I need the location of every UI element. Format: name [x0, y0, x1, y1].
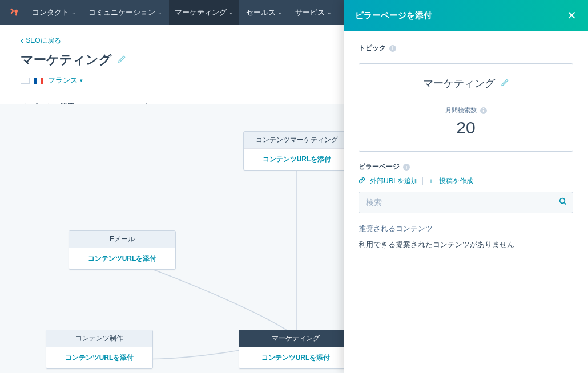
svg-point-2	[11, 13, 13, 14]
flag-france-icon	[34, 78, 43, 84]
create-post-link[interactable]: 投稿を作成	[439, 176, 473, 186]
node-title: コンテンツ制作	[46, 330, 152, 347]
info-icon[interactable]: i	[389, 45, 396, 52]
pencil-icon[interactable]	[501, 78, 509, 88]
svg-point-1	[11, 9, 13, 10]
chevron-down-icon: ⌄	[327, 10, 332, 15]
monthly-search-volume-label: 月間検索数 i	[445, 106, 487, 115]
cluster-node-center[interactable]: マーケティング コンテンツURLを添付	[239, 330, 353, 369]
page-title: マーケティング	[21, 51, 112, 68]
pillar-page-panel: ピラーページを添付 ✕ トピック i マーケティング 月間検索数 i 2	[344, 0, 588, 373]
cluster-node[interactable]: Eメール コンテンツURLを添付	[69, 230, 176, 270]
back-to-seo-link[interactable]: SEOに戻る	[21, 36, 61, 46]
nav-item-communication[interactable]: コミュニケーション⌄	[83, 0, 168, 25]
svg-point-4	[560, 198, 565, 204]
search-icon[interactable]	[558, 197, 567, 208]
hubspot-logo-icon	[8, 6, 21, 19]
chevron-down-icon: ⌄	[71, 10, 76, 15]
chevron-down-icon: ⌄	[158, 10, 162, 15]
attach-content-url-link[interactable]: コンテンツURLを添付	[69, 248, 175, 269]
pencil-icon[interactable]	[118, 55, 126, 65]
search-input[interactable]	[359, 192, 573, 213]
topic-name: マーケティング	[423, 76, 495, 90]
topic-field-label: トピック i	[359, 43, 573, 53]
monthly-search-volume-value: 20	[369, 118, 562, 137]
divider	[422, 177, 423, 185]
node-title: Eメール	[69, 231, 175, 248]
attach-content-url-link[interactable]: コンテンツURLを添付	[239, 347, 352, 368]
info-icon[interactable]: i	[480, 107, 487, 114]
close-icon[interactable]: ✕	[567, 9, 577, 22]
info-icon[interactable]: i	[403, 164, 410, 171]
globe-icon	[21, 78, 30, 84]
topic-card: マーケティング 月間検索数 i 20	[359, 63, 573, 152]
link-icon	[359, 177, 365, 185]
locale-select[interactable]: フランス▾	[48, 75, 83, 86]
node-title: マーケティング	[239, 330, 352, 347]
nav-item-marketing[interactable]: マーケティング⌄	[169, 0, 239, 25]
nav-item-sales[interactable]: セールス⌄	[240, 0, 288, 25]
suggested-content-empty: 利用できる提案されたコンテンツがありません	[359, 240, 573, 250]
svg-point-3	[15, 14, 17, 16]
chevron-down-icon: ⌄	[229, 10, 233, 15]
attach-content-url-link[interactable]: コンテンツURLを添付	[46, 347, 152, 368]
pillar-page-field-label: ピラーページ i	[359, 162, 573, 172]
nav-item-service[interactable]: サービス⌄	[289, 0, 337, 25]
nav-item-contacts[interactable]: コンタクト⌄	[26, 0, 82, 25]
add-external-url-link[interactable]: 外部URLを追加	[370, 176, 418, 186]
chevron-down-icon: ⌄	[278, 10, 283, 15]
attach-content-url-link[interactable]: コンテンツURLを添付	[244, 149, 350, 170]
suggested-content-heading: 推奨されるコンテンツ	[359, 224, 573, 234]
cluster-node[interactable]: コンテンツマーケティング コンテンツURLを添付	[243, 131, 351, 171]
node-title: コンテンツマーケティング	[244, 132, 350, 149]
plus-icon: ＋	[428, 176, 434, 186]
panel-title: ピラーページを添付	[355, 10, 432, 21]
cluster-node[interactable]: コンテンツ制作 コンテンツURLを添付	[46, 330, 153, 369]
